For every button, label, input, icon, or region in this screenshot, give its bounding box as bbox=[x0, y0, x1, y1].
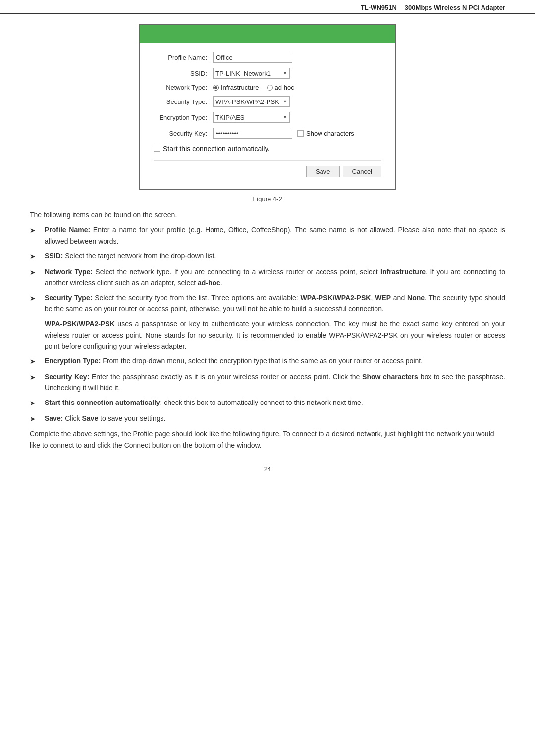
infrastructure-bold: Infrastructure bbox=[380, 268, 426, 276]
encryption-type-select[interactable]: TKIP/AES ▼ bbox=[213, 112, 290, 123]
dialog-title-bar bbox=[140, 25, 395, 43]
list-item-profile-name: ➤ Profile Name: Enter a name for your pr… bbox=[30, 224, 505, 247]
ssid-row: SSID: TP-LINK_Network1 ▼ bbox=[154, 68, 381, 79]
auto-connect-row: Start this connection automatically. bbox=[154, 145, 381, 152]
infrastructure-radio-button[interactable] bbox=[213, 85, 219, 91]
list-arrow-7: ➤ bbox=[30, 397, 45, 408]
list-arrow-4: ➤ bbox=[30, 292, 45, 303]
list-item-encryption-type: ➤ Encryption Type: From the drop-down me… bbox=[30, 355, 505, 367]
list-arrow-1: ➤ bbox=[30, 224, 45, 236]
profile-name-label: Profile Name: bbox=[154, 54, 213, 61]
list-arrow-6: ➤ bbox=[30, 371, 45, 383]
wpa-psk-description: WPA-PSK/WPA2-PSK uses a passphrase or ke… bbox=[45, 318, 505, 352]
security-key-label: Security Key: bbox=[154, 130, 213, 137]
save-button[interactable]: Save bbox=[306, 166, 340, 177]
network-type-radio-group: Infrastructure ad hoc bbox=[213, 84, 294, 91]
list-arrow-3: ➤ bbox=[30, 266, 45, 278]
encryption-type-row: Encryption Type: TKIP/AES ▼ bbox=[154, 112, 381, 123]
adhoc-radio-button[interactable] bbox=[267, 85, 273, 91]
ssid-value: TP-LINK_Network1 bbox=[215, 70, 271, 77]
wpa-psk-indent-bold: WPA-PSK/WPA2-PSK bbox=[45, 320, 115, 328]
ssid-bold: SSID: bbox=[45, 252, 63, 260]
security-type-value: WPA-PSK/WPA2-PSK bbox=[215, 98, 279, 105]
security-type-select[interactable]: WPA-PSK/WPA2-PSK ▼ bbox=[213, 96, 290, 107]
network-type-row: Network Type: Infrastructure ad hoc bbox=[154, 84, 381, 91]
list-arrow-2: ➤ bbox=[30, 251, 45, 262]
page-header: TL-WN951N 300Mbps Wireless N PCI Adapter bbox=[0, 0, 535, 14]
ssid-select[interactable]: TP-LINK_Network1 ▼ bbox=[213, 68, 290, 79]
network-type-label: Network Type: bbox=[154, 84, 213, 91]
list-content-network-type: Network Type: Select the network type. I… bbox=[45, 266, 505, 289]
encryption-type-value: TKIP/AES bbox=[215, 114, 245, 121]
list-content-save: Save: Click Save to save your settings. bbox=[45, 413, 505, 424]
network-type-bold: Network Type: bbox=[45, 268, 93, 276]
feature-list: ➤ Profile Name: Enter a name for your pr… bbox=[30, 224, 505, 424]
dialog-body: Profile Name: SSID: TP-LINK_Network1 ▼ N… bbox=[140, 43, 395, 189]
show-characters-label: Show characters bbox=[306, 130, 354, 137]
auto-connect-bold: Start this connection automatically: bbox=[45, 399, 162, 406]
profile-name-row: Profile Name: bbox=[154, 52, 381, 63]
list-arrow-8: ➤ bbox=[30, 413, 45, 424]
list-content-ssid: SSID: Select the target network from the… bbox=[45, 251, 505, 261]
device-model: TL-WN951N bbox=[361, 4, 397, 11]
profile-name-bold: Profile Name: bbox=[45, 226, 90, 234]
list-content-encryption-type: Encryption Type: From the drop-down menu… bbox=[45, 355, 505, 366]
security-key-input[interactable] bbox=[213, 128, 292, 139]
encryption-type-dropdown-arrow: ▼ bbox=[283, 115, 287, 120]
none-bold: None bbox=[407, 294, 425, 302]
encryption-type-bold: Encryption Type: bbox=[45, 357, 101, 365]
dialog-footer: Save Cancel bbox=[154, 160, 381, 182]
list-content-security-key: Security Key: Enter the passphrase exact… bbox=[45, 371, 505, 394]
list-arrow-5: ➤ bbox=[30, 355, 45, 367]
list-content-profile-name: Profile Name: Enter a name for your prof… bbox=[45, 224, 505, 247]
list-item-network-type: ➤ Network Type: Select the network type.… bbox=[30, 266, 505, 289]
security-type-label: Security Type: bbox=[154, 98, 213, 105]
page-number: 24 bbox=[0, 465, 535, 483]
figure-caption: Figure 4-2 bbox=[30, 195, 505, 202]
cancel-button[interactable]: Cancel bbox=[343, 166, 381, 177]
adhoc-label: ad hoc bbox=[275, 84, 294, 91]
main-content: Profile Name: SSID: TP-LINK_Network1 ▼ N… bbox=[0, 24, 535, 451]
list-content-security-type: Security Type: Select the security type … bbox=[45, 292, 505, 314]
security-key-row: Security Key: Show characters bbox=[154, 128, 381, 139]
list-item-security-key: ➤ Security Key: Enter the passphrase exa… bbox=[30, 371, 505, 394]
profile-dialog: Profile Name: SSID: TP-LINK_Network1 ▼ N… bbox=[139, 24, 396, 190]
show-characters-group: Show characters bbox=[297, 130, 354, 137]
closing-text: Complete the above settings, the Profile… bbox=[30, 428, 505, 451]
security-type-bold: Security Type: bbox=[45, 294, 92, 302]
infrastructure-label: Infrastructure bbox=[221, 84, 259, 91]
profile-name-input[interactable] bbox=[213, 52, 292, 63]
security-type-dropdown-arrow: ▼ bbox=[283, 99, 287, 104]
adhoc-bold: ad-hoc bbox=[198, 279, 220, 287]
list-item-security-type: ➤ Security Type: Select the security typ… bbox=[30, 292, 505, 314]
auto-connect-checkbox[interactable] bbox=[154, 146, 160, 152]
list-item-ssid: ➤ SSID: Select the target network from t… bbox=[30, 251, 505, 262]
security-key-input-group: Show characters bbox=[213, 128, 354, 139]
save-bold: Save: bbox=[45, 414, 63, 422]
device-description: 300Mbps Wireless N PCI Adapter bbox=[405, 4, 505, 11]
wep-bold: WEP bbox=[375, 294, 391, 302]
ssid-dropdown-arrow: ▼ bbox=[283, 71, 287, 76]
adhoc-radio-item[interactable]: ad hoc bbox=[267, 84, 294, 91]
list-item-auto-connect: ➤ Start this connection automatically: c… bbox=[30, 397, 505, 408]
infrastructure-radio-item[interactable]: Infrastructure bbox=[213, 84, 259, 91]
show-characters-checkbox[interactable] bbox=[297, 130, 304, 137]
list-item-save: ➤ Save: Click Save to save your settings… bbox=[30, 413, 505, 424]
dialog-wrapper: Profile Name: SSID: TP-LINK_Network1 ▼ N… bbox=[30, 24, 505, 190]
encryption-type-label: Encryption Type: bbox=[154, 114, 213, 121]
security-key-bold: Security Key: bbox=[45, 373, 89, 381]
wpa-psk-bold: WPA-PSK/WPA2-PSK bbox=[301, 294, 371, 302]
security-type-row: Security Type: WPA-PSK/WPA2-PSK ▼ bbox=[154, 96, 381, 107]
show-characters-bold: Show characters bbox=[362, 373, 418, 381]
ssid-label: SSID: bbox=[154, 70, 213, 77]
save-bold-2: Save bbox=[82, 414, 98, 422]
list-content-auto-connect: Start this connection automatically: che… bbox=[45, 397, 505, 408]
intro-text: The following items can be found on the … bbox=[30, 209, 505, 220]
auto-connect-label: Start this connection automatically. bbox=[163, 145, 269, 152]
